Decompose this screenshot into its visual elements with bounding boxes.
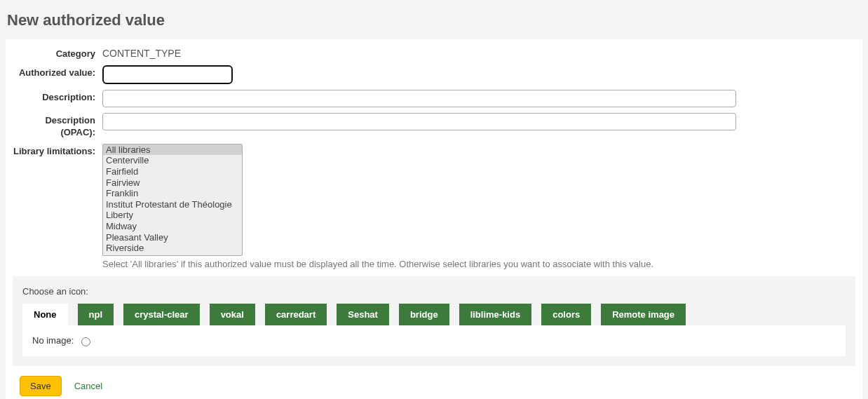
no-image-radio[interactable] bbox=[81, 337, 90, 346]
save-button[interactable]: Save bbox=[20, 376, 62, 396]
lib-limitations-label: Library limitations: bbox=[13, 144, 102, 157]
form-panel: Category CONTENT_TYPE Authorized value: … bbox=[6, 39, 862, 399]
category-label: Category bbox=[13, 46, 102, 60]
opac-input[interactable] bbox=[102, 113, 736, 130]
auth-value-input[interactable] bbox=[102, 65, 233, 84]
lib-limitations-hint: Select 'All libraries' if this authorize… bbox=[102, 259, 855, 269]
icon-tab-liblime-kids[interactable]: liblime-kids bbox=[459, 304, 532, 325]
library-option[interactable]: Fairfield bbox=[103, 166, 242, 177]
library-option[interactable]: Institut Protestant de Théologie bbox=[103, 199, 242, 210]
icon-tab-remote-image[interactable]: Remote image bbox=[601, 304, 686, 325]
auth-value-label: Authorized value: bbox=[13, 65, 102, 79]
library-limitations-select[interactable]: All librariesCentervilleFairfieldFairvie… bbox=[102, 144, 243, 256]
action-bar: Save Cancel bbox=[13, 366, 855, 399]
icon-tab-none[interactable]: None bbox=[22, 304, 68, 325]
library-option[interactable]: Liberty bbox=[103, 210, 242, 221]
icon-tab-colors[interactable]: colors bbox=[541, 304, 591, 325]
icon-tab-seshat[interactable]: Seshat bbox=[337, 304, 389, 325]
no-image-label: No image: bbox=[32, 335, 74, 346]
cancel-link[interactable]: Cancel bbox=[74, 381, 102, 391]
library-option[interactable]: All libraries bbox=[103, 144, 242, 156]
icon-tab-bridge[interactable]: bridge bbox=[399, 304, 449, 325]
icon-tab-body-none: No image: bbox=[22, 325, 846, 356]
description-label: Description: bbox=[13, 90, 102, 103]
icon-tab-strip: Nonenplcrystal-clearvokalcarredartSeshat… bbox=[22, 304, 846, 325]
page-title: New authorized value bbox=[7, 11, 862, 29]
icon-tab-npl[interactable]: npl bbox=[78, 304, 114, 325]
description-input[interactable] bbox=[102, 90, 736, 107]
library-option[interactable]: Centerville bbox=[103, 155, 242, 166]
icon-chooser: Choose an icon: Nonenplcrystal-clearvoka… bbox=[13, 276, 855, 366]
library-option[interactable]: Pleasant Valley bbox=[103, 232, 242, 243]
library-option[interactable]: Riverside bbox=[103, 243, 242, 254]
library-option[interactable]: Franklin bbox=[103, 188, 242, 199]
icon-tab-carredart[interactable]: carredart bbox=[265, 304, 327, 325]
category-value: CONTENT_TYPE bbox=[102, 46, 855, 59]
icon-tab-crystal-clear[interactable]: crystal-clear bbox=[123, 304, 200, 325]
opac-label: Description (OPAC): bbox=[13, 113, 102, 138]
library-option[interactable]: Midway bbox=[103, 221, 242, 232]
icon-tab-vokal[interactable]: vokal bbox=[210, 304, 255, 325]
library-option[interactable]: Fairview bbox=[103, 177, 242, 189]
icon-caption: Choose an icon: bbox=[22, 286, 846, 297]
